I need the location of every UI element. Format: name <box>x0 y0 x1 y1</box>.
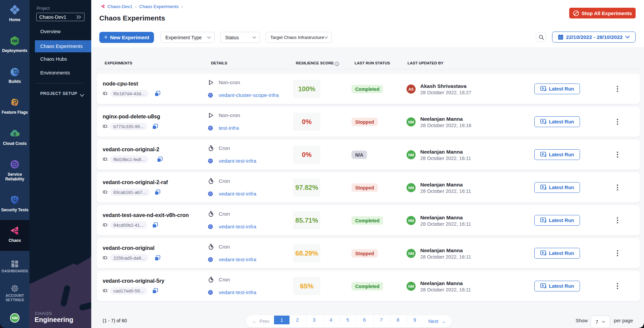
svg-text:$: $ <box>13 131 16 136</box>
